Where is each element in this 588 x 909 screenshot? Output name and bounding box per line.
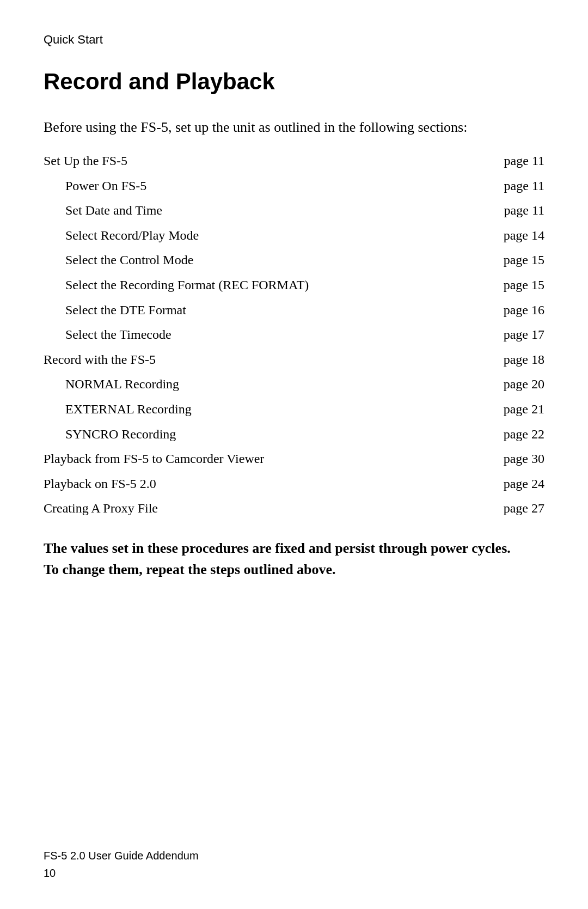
toc-row: SYNCRO Recordingpage 22 [44, 422, 544, 447]
toc-page: page 22 [479, 422, 544, 447]
footer: FS-5 2.0 User Guide Addendum 10 [44, 847, 199, 882]
toc-page: page 27 [479, 496, 544, 521]
toc-page: page 20 [479, 372, 544, 397]
toc-row: Creating A Proxy Filepage 27 [44, 496, 544, 521]
toc-page: page 16 [479, 298, 544, 323]
toc-row: Playback from FS-5 to Camcorder Viewerpa… [44, 447, 544, 472]
toc-label: NORMAL Recording [44, 372, 479, 397]
toc-label: Set Up the FS-5 [44, 149, 479, 174]
page: Quick Start Record and Playback Before u… [0, 0, 588, 909]
toc-page: page 15 [479, 248, 544, 273]
toc-page: page 15 [479, 273, 544, 298]
toc-page: page 11 [479, 174, 544, 199]
toc-label: Playback from FS-5 to Camcorder Viewer [44, 447, 479, 472]
toc-page: page 11 [479, 149, 544, 174]
footer-line1: FS-5 2.0 User Guide Addendum [44, 847, 199, 864]
toc-row: Set Date and Timepage 11 [44, 198, 544, 223]
toc-label: Record with the FS-5 [44, 347, 479, 373]
toc-row: Power On FS-5page 11 [44, 174, 544, 199]
closing-text: The values set in these procedures are f… [44, 538, 512, 580]
toc-row: Set Up the FS-5page 11 [44, 149, 544, 174]
footer-line2: 10 [44, 864, 199, 882]
toc-label: SYNCRO Recording [44, 422, 479, 447]
toc-label: Playback on FS-5 2.0 [44, 472, 479, 497]
toc-row: NORMAL Recordingpage 20 [44, 372, 544, 397]
toc-row: Select the Control Modepage 15 [44, 248, 544, 273]
toc-page: page 21 [479, 397, 544, 422]
toc-label: EXTERNAL Recording [44, 397, 479, 422]
toc-row: Select Record/Play Modepage 14 [44, 223, 544, 248]
intro-text: Before using the FS-5, set up the unit a… [44, 117, 490, 138]
toc-page: page 24 [479, 472, 544, 497]
toc-page: page 30 [479, 447, 544, 472]
toc-page: page 14 [479, 223, 544, 248]
page-title: Record and Playback [44, 69, 544, 95]
header-label: Quick Start [44, 33, 544, 47]
toc-page: page 11 [479, 198, 544, 223]
toc-label: Select Record/Play Mode [44, 223, 479, 248]
toc-label: Set Date and Time [44, 198, 479, 223]
toc-label: Select the Timecode [44, 322, 479, 347]
toc-row: Record with the FS-5page 18 [44, 347, 544, 373]
toc-page: page 18 [479, 347, 544, 373]
toc-table: Set Up the FS-5page 11Power On FS-5page … [44, 149, 544, 521]
toc-row: EXTERNAL Recordingpage 21 [44, 397, 544, 422]
toc-label: Select the DTE Format [44, 298, 479, 323]
toc-row: Playback on FS-5 2.0page 24 [44, 472, 544, 497]
toc-label: Select the Recording Format (REC FORMAT) [44, 273, 479, 298]
toc-row: Select the Recording Format (REC FORMAT)… [44, 273, 544, 298]
toc-page: page 17 [479, 322, 544, 347]
toc-row: Select the Timecodepage 17 [44, 322, 544, 347]
toc-row: Select the DTE Formatpage 16 [44, 298, 544, 323]
toc-label: Creating A Proxy File [44, 496, 479, 521]
toc-label: Power On FS-5 [44, 174, 479, 199]
toc-label: Select the Control Mode [44, 248, 479, 273]
